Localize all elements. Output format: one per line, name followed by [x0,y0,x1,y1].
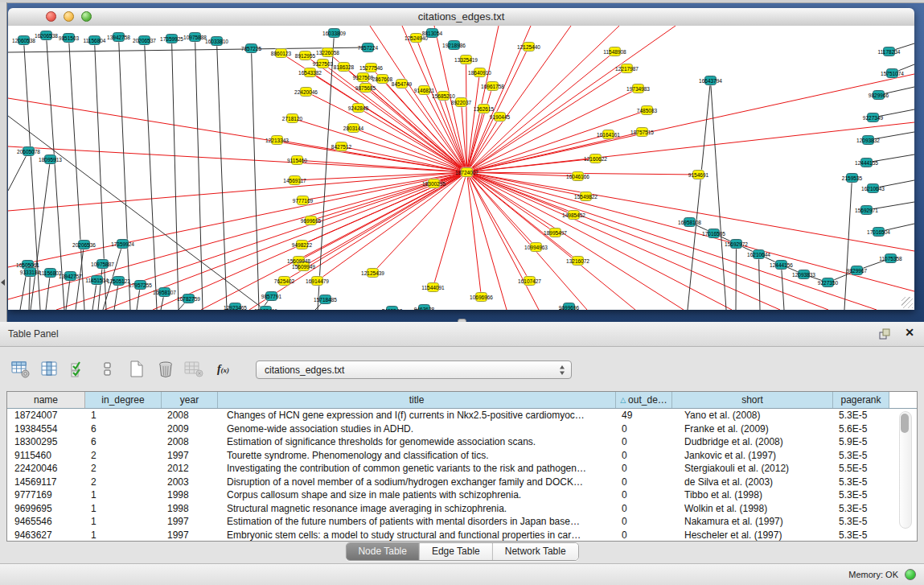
graph-node[interactable] [317,59,329,68]
column-header-out_de[interactable]: △out_de… [616,392,672,408]
graph-node[interactable] [211,36,223,46]
graph-node[interactable] [335,142,347,151]
graph-node[interactable] [883,47,895,56]
close-panel-icon[interactable]: ✕ [905,326,914,339]
graph-node[interactable] [860,205,873,215]
graph-node[interactable] [260,306,272,310]
graph-node[interactable] [602,130,614,139]
new-column-icon[interactable] [125,359,147,381]
graph-node[interactable] [365,63,377,72]
graph-node[interactable] [684,217,696,227]
graph-hub-node[interactable] [461,167,473,177]
tab-node-table[interactable]: Node Table [346,543,420,560]
graph-node[interactable] [362,43,374,52]
graph-node[interactable] [427,282,439,292]
network-table-selector[interactable]: citations_edges.txt [256,360,572,379]
graph-node[interactable] [563,303,575,310]
graph-node[interactable] [692,170,704,179]
graph-node[interactable] [278,276,290,286]
column-header-name[interactable]: name [7,392,85,408]
graph-node[interactable] [846,173,858,183]
graph-node[interactable] [475,292,487,302]
graph-node[interactable] [873,90,885,100]
graph-node[interactable] [426,28,438,38]
graph-node[interactable] [580,192,592,201]
column-header-pagerank[interactable]: pagerank [833,392,889,408]
graph-node[interactable] [78,240,90,249]
column-header-short[interactable]: short [672,392,833,408]
graph-node[interactable] [304,68,316,77]
graph-node[interactable] [636,127,648,137]
graph-node[interactable] [641,105,653,115]
graph-node[interactable] [88,35,101,45]
graph-node[interactable] [113,32,125,42]
graph-node[interactable] [311,276,323,286]
graph-node[interactable] [44,268,56,278]
graph-node[interactable] [885,253,897,263]
graph-node[interactable] [487,81,499,91]
graph-node[interactable] [357,72,369,82]
graph-node[interactable] [359,83,372,93]
function-builder-icon[interactable]: f(x) [212,359,234,381]
graph-node[interactable] [455,97,467,107]
graph-node[interactable] [704,76,717,85]
graph-node[interactable] [524,276,536,286]
graph-node[interactable] [134,280,146,290]
table-mode-icon[interactable] [10,359,31,381]
table-row[interactable]: 1872400712008Changes of HCN gene express… [7,409,917,422]
network-canvas[interactable]: 1872400788601238912955132260589327503165… [8,26,914,310]
tab-network-table[interactable]: Network Table [493,543,578,560]
graph-node[interactable] [621,64,633,73]
graph-node[interactable] [24,267,36,277]
graph-node[interactable] [418,304,430,310]
table-row[interactable]: 1456911722003Disruption of a novel membe… [7,476,917,489]
graph-node[interactable] [319,295,331,304]
graph-node[interactable] [448,40,460,50]
graph-node[interactable] [822,278,834,287]
graph-node[interactable] [18,35,30,45]
graph-node[interactable] [275,48,287,58]
graph-node[interactable] [530,242,542,252]
graph-node[interactable] [632,84,644,93]
graph-node[interactable] [523,42,535,51]
graph-node[interactable] [708,229,720,238]
column-header-title[interactable]: title [218,392,616,408]
graph-node[interactable] [867,113,879,122]
graph-node[interactable] [352,103,364,113]
graph-node[interactable] [418,85,430,95]
table-row[interactable]: 1830029562008Estimation of significance … [7,435,917,449]
graph-node[interactable] [183,294,195,303]
graph-node[interactable] [572,256,584,266]
graph-node[interactable] [410,33,422,43]
graph-node[interactable] [478,104,490,113]
graph-node[interactable] [798,270,810,279]
table-row[interactable]: 1938455462009Genome-wide association stu… [7,422,917,436]
float-window-icon[interactable] [877,327,892,341]
graph-node[interactable] [437,91,450,101]
graph-node[interactable] [494,112,506,122]
graph-node[interactable] [265,291,277,301]
graph-node[interactable] [386,306,398,310]
table-row[interactable]: 2242004622012Investigating the contribut… [7,462,917,476]
graph-node[interactable] [189,32,201,42]
graph-node[interactable] [271,135,283,145]
graph-node[interactable] [64,271,76,281]
column-header-in_degree[interactable]: in_degree [85,392,162,408]
table-row[interactable]: 911546021997Tourette syndrome. Phenomeno… [7,449,917,463]
select-all-icon[interactable] [68,359,89,381]
collapse-panel-arrow-icon[interactable] [1,279,5,286]
graph-node[interactable] [300,87,312,97]
scrollbar-thumb[interactable] [901,414,909,433]
graph-node[interactable] [609,47,621,56]
graph-node[interactable] [328,28,340,38]
graph-node[interactable] [873,227,885,237]
table-row[interactable]: 946362711997Embryonic stem cells: a mode… [7,529,917,542]
column-header-year[interactable]: year [162,392,218,408]
graph-node[interactable] [730,239,742,249]
graph-node[interactable] [376,74,388,84]
show-columns-icon[interactable] [39,359,60,381]
graph-node[interactable] [44,154,56,164]
table-scrollbar[interactable] [899,411,912,529]
graph-node[interactable] [474,68,486,77]
graph-node[interactable] [568,210,580,220]
